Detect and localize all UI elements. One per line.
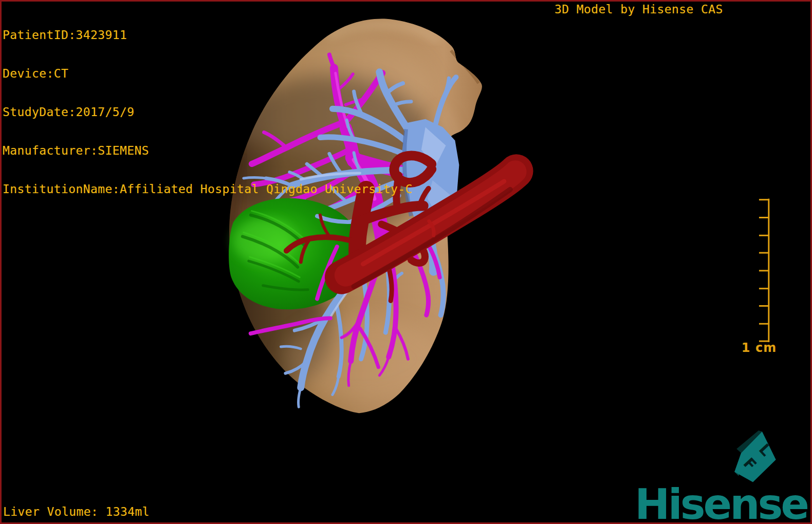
hisense-wordmark: Hisense [635,483,807,524]
cas-3d-viewer-window: F L PatientID:3423911 Device:CT StudyDat… [0,0,812,524]
study-date-line: StudyDate:2017/5/9 [3,106,413,119]
hisense-fl-logo: F L [734,431,776,482]
patient-info-overlay: PatientID:3423911 Device:CT StudyDate:20… [3,3,413,221]
institution-name-line: InstitutionName:Affiliated Hospital Qing… [3,183,413,196]
scale-bar [759,199,769,342]
manufacturer-line: Manufacturer:SIEMENS [3,144,413,157]
device-line: Device:CT [3,67,413,80]
patient-id-line: PatientID:3423911 [3,29,413,42]
liver-volume-readout: Liver Volume: 1334ml [3,506,150,518]
viewer-title: 3D Model by Hisense CAS [555,3,723,16]
scale-bar-label: 1 cm [740,341,779,355]
